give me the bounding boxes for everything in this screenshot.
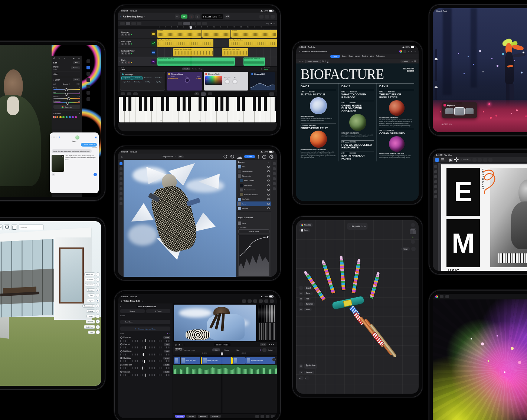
automation-pencil-icon[interactable]: ✎ — [261, 68, 262, 70]
node-tool-icon[interactable]: ✛ — [454, 158, 458, 162]
lcd-display[interactable]: 5 1 1.086 127,0 4/4Cmaj — [202, 14, 223, 19]
list-icon[interactable]: ☰ — [414, 60, 416, 62]
zoom-level[interactable]: 24% — [178, 155, 184, 158]
eyedropper-tool-icon[interactable] — [120, 202, 122, 205]
drive-knob[interactable] — [185, 78, 190, 83]
exposure-slider[interactable]: Exposure45.59 — [120, 336, 170, 342]
camera-icon[interactable] — [248, 299, 252, 303]
undo-icon[interactable]: ↺ — [53, 57, 55, 59]
add-attachment-icon[interactable]: ＋ — [52, 173, 55, 176]
timeline-zoom-knob[interactable] — [272, 358, 276, 361]
region[interactable]: Bass Player - Indie Disco — [229, 39, 277, 47]
clip[interactable] — [174, 357, 180, 364]
tab-edge[interactable]: Edge — [233, 348, 242, 351]
mute-button[interactable]: M — [121, 33, 124, 36]
pen-tool-icon[interactable] — [434, 170, 437, 173]
keyboard-view-icon[interactable] — [269, 92, 274, 96]
panel-back-icon[interactable]: ‹ — [120, 305, 121, 308]
scopes-panel[interactable] — [257, 305, 276, 341]
session[interactable]: 4 PMROOM 203 EARTH-FRIENDLY FOAMS — [341, 151, 374, 160]
tint-slider[interactable]: Tint0 — [53, 91, 80, 95]
flipbook-frame[interactable] — [445, 108, 454, 114]
regions-view-icon[interactable] — [126, 22, 130, 25]
tool-tools[interactable]: ✂Tools — [299, 308, 315, 311]
back-icon[interactable]: ‹ — [120, 15, 121, 19]
layer-row[interactable]: Top right — [237, 206, 271, 211]
split-tool-icon[interactable] — [197, 22, 201, 25]
collapse-icon[interactable]: ∨ — [169, 333, 170, 335]
layer-row[interactable]: Sweat...oorder — [237, 178, 271, 183]
play-button[interactable]: ▶ — [181, 14, 187, 19]
plugin-alchemy[interactable]: Alchemy Bright SynthGet SynthMetallic Sw… — [120, 72, 165, 91]
effects-icon[interactable] — [86, 91, 90, 95]
sidebar-item-tags[interactable]: Tags✎ — [88, 293, 100, 297]
region[interactable]: Drummer — [157, 30, 202, 38]
account-icon[interactable] — [411, 223, 415, 227]
flipbook-frame-current[interactable] — [455, 108, 464, 115]
marquee-tool-icon[interactable] — [202, 22, 207, 25]
black-keys[interactable] — [119, 97, 276, 111]
sidebar-item-help[interactable]: Help? — [88, 330, 100, 334]
adjust-icon[interactable] — [86, 66, 90, 69]
session[interactable]: 2 PMROOM 204 HOW WE DISCOVERED HEMPCRETE — [341, 140, 374, 149]
project-title[interactable]: Video Final Edit — [124, 300, 140, 302]
connect-icon[interactable]: ❖ — [259, 349, 261, 351]
color-mix-row[interactable]: Color mix — [53, 112, 61, 115]
tab-clip[interactable]: Clip — [212, 348, 220, 351]
environment-icon[interactable] — [411, 240, 415, 244]
record-settings-icon[interactable] — [121, 92, 125, 96]
sidebar-item-environment[interactable]: Environment◍ — [82, 304, 100, 308]
tab-range[interactable]: Range — [222, 348, 232, 351]
layer-row[interactable]: Yellow desaturation — [237, 192, 271, 197]
more-icon[interactable]: ⋯ — [413, 50, 416, 53]
trash-icon[interactable] — [255, 415, 259, 418]
gear-icon[interactable]: ⚙ — [269, 153, 274, 160]
select-tool-icon[interactable] — [434, 165, 437, 168]
more-icon[interactable]: ⋯ — [272, 68, 274, 70]
auto-button[interactable]: Auto — [73, 61, 80, 64]
tab-track[interactable]: Track — [182, 68, 190, 70]
cursor-tool-icon[interactable]: ▸ — [449, 158, 453, 162]
pencil-tool-icon[interactable] — [137, 22, 141, 25]
layer-row[interactable]: Saturation boost — [237, 188, 271, 193]
opacity-slider[interactable] — [435, 85, 437, 100]
compact-layers-icon[interactable] — [273, 162, 276, 165]
cycle-icon[interactable]: ↻ — [195, 14, 200, 19]
align-icon[interactable]: ≡ — [412, 60, 413, 62]
text-tool-icon[interactable] — [120, 197, 122, 200]
reset-button[interactable]: ↺Reset — [146, 309, 171, 313]
track-row-pads[interactable]: 4 Pads MSR Keyboard Player - Simple Pad … — [118, 57, 277, 66]
fill-tool-icon[interactable] — [434, 185, 437, 188]
layer-group-row[interactable]: Adjustments — [237, 174, 271, 178]
render-canvas[interactable] — [433, 299, 527, 420]
gear-icon[interactable]: ⚙ — [4, 224, 10, 230]
drag-tool-icon[interactable] — [178, 22, 182, 25]
sidebar-item-display[interactable]: Display∞ — [86, 309, 100, 313]
cloud-icon[interactable]: ☁ — [73, 57, 75, 59]
attached-image[interactable]: × — [52, 155, 64, 172]
tab-review[interactable]: Review — [362, 55, 368, 57]
detach-icon[interactable]: ⊖ — [364, 225, 366, 227]
overwrite-icon[interactable] — [271, 415, 275, 418]
stamp-tool-icon[interactable] — [120, 187, 122, 190]
tab-layout[interactable]: Layout — [355, 55, 360, 57]
heal-icon[interactable] — [86, 78, 90, 82]
more-icon[interactable]: ⋯ — [78, 57, 80, 59]
track-row-keys[interactable]: 3 Keyboard Player MSR Keyboard Player - … — [118, 48, 277, 57]
document-title[interactable]: Fragmented — [161, 155, 173, 158]
color-wheel-icon[interactable] — [399, 50, 402, 53]
section-view-button[interactable]: ◫Section ViewOff — [299, 364, 317, 369]
mask-icon[interactable] — [273, 182, 276, 185]
tab-output[interactable]: Output — [199, 68, 203, 70]
align-icon[interactable] — [483, 158, 487, 162]
drag-handle[interactable] — [456, 103, 462, 104]
home-icon[interactable]: ⌂ — [121, 155, 122, 158]
sidebar-item-entity-info[interactable]: Entity Info◌ — [84, 272, 100, 276]
region[interactable]: Bass Player - Indie Disco — [157, 39, 213, 47]
editor-button[interactable]: ✎Editor — [400, 60, 410, 63]
layer-row[interactable]: Noise blending — [237, 169, 271, 174]
menu-icon[interactable]: ≡ — [441, 158, 445, 162]
app-icon[interactable] — [435, 158, 439, 162]
tab-home[interactable]: Home — [330, 55, 340, 58]
session[interactable]: 2 PMROOM 201 SUSTAIN IN STYLE FASHION GO… — [301, 90, 336, 122]
